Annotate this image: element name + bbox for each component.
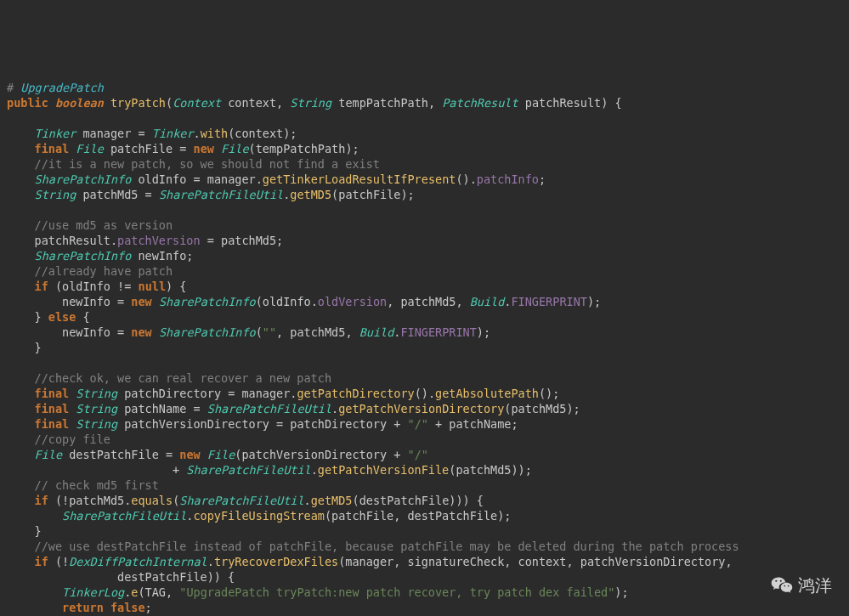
kw-else: else (48, 310, 76, 324)
var: patchFile (338, 188, 400, 201)
var: destPatchFile (69, 448, 159, 461)
param: patchResult (525, 96, 601, 110)
kw-public: public (7, 96, 48, 110)
var: patchMd5 (456, 463, 511, 477)
type: SharePatchInfo (35, 249, 132, 263)
type: SharePatchInfo (35, 172, 132, 186)
type: SharePatchFileUtil (179, 494, 303, 507)
var: manager (241, 387, 290, 400)
var: patchMd5 (69, 494, 124, 507)
comment: //we use destPatchFile instead of patchF… (35, 540, 739, 553)
comment: //use md5 as version (35, 218, 173, 232)
type: File (207, 448, 235, 461)
var: destPatchFile (407, 509, 497, 523)
type: String (76, 402, 117, 415)
comment: //already have patch (35, 264, 173, 278)
kw-return: return (62, 601, 104, 614)
var: signatureCheck (408, 555, 505, 568)
kw-if: if (35, 555, 48, 568)
var: TAG (145, 585, 166, 599)
watermark-text: 鸿洋 (798, 578, 832, 593)
method: getPatchVersionDirectory (338, 402, 504, 415)
method: tryRecoverDexFiles (214, 555, 338, 568)
method: copyFileUsingStream (193, 509, 324, 523)
type: File (35, 448, 63, 461)
var: oldInfo (62, 280, 110, 293)
kw-if: if (35, 280, 48, 293)
type: SharePatchInfo (159, 295, 256, 308)
method: getMD5 (290, 188, 331, 201)
kw-boolean: boolean (55, 96, 104, 110)
var: patchMd5 (290, 325, 345, 339)
wechat-icon (771, 576, 793, 595)
var: patchVersionDirectory (241, 448, 387, 461)
var: patchVersionDirectory (580, 555, 726, 568)
type: Tinker (35, 127, 76, 140)
class-title: UpgradePatch (20, 81, 104, 94)
var: manager (207, 172, 256, 186)
type: SharePatchFileUtil (207, 402, 331, 415)
var: patchName (124, 402, 186, 415)
var: newInfo (62, 295, 110, 308)
type: File (221, 142, 249, 155)
var: patchMd5 (511, 402, 566, 415)
kw-final: final (35, 387, 70, 400)
type: String (35, 188, 76, 201)
type: String (290, 96, 331, 110)
var: newInfo (138, 249, 186, 263)
kw-new: new (179, 448, 200, 461)
var: patchMd5 (400, 295, 456, 308)
const: FINGERPRINT (511, 295, 586, 308)
kw-final: final (35, 417, 70, 431)
var: patchFile (331, 509, 393, 523)
method: getAbsolutePath (435, 387, 539, 400)
field: patchInfo (477, 172, 539, 186)
comment: //copy file (35, 432, 110, 446)
var: tempPatchPath (256, 142, 346, 155)
bool: false (110, 601, 145, 614)
method: getTinkerLoadResultIfPresent (263, 172, 456, 186)
var: manager (82, 127, 131, 140)
var: patchResult (35, 234, 110, 247)
type: TinkerLog (62, 585, 124, 599)
type: Context (173, 96, 221, 110)
var: destPatchFile (359, 494, 450, 507)
var: oldInfo (263, 295, 311, 308)
var: patchVersionDirectory (124, 417, 269, 431)
param: context (228, 96, 276, 110)
kw-if: if (35, 494, 48, 507)
type: String (76, 417, 117, 431)
kw-new: new (194, 142, 214, 155)
kw-final: final (35, 402, 70, 415)
type: SharePatchInfo (159, 325, 256, 339)
var: patchMd5 (82, 188, 138, 201)
comment: //check ok, we can real recover a new pa… (35, 371, 332, 385)
string: "UpgradePatch tryPatch:new patch recover… (179, 585, 614, 599)
var: patchDirectory (290, 417, 387, 431)
hash: # (7, 81, 20, 94)
method: equals (131, 494, 173, 507)
var: patchFile (110, 142, 173, 155)
type: Tinker (152, 127, 194, 140)
fn-name: tryPatch (110, 96, 166, 110)
var: newInfo (62, 325, 110, 339)
watermark: 鸿洋 (771, 576, 832, 595)
type: SharePatchFileUtil (159, 188, 283, 201)
code-block: # UpgradePatch public boolean tryPatch(C… (7, 65, 842, 616)
kw-new: new (131, 295, 151, 308)
comment: //it is a new patch, so we should not fi… (35, 157, 380, 171)
method: with (201, 127, 229, 140)
type: File (76, 142, 104, 155)
kw-null: null (139, 280, 167, 293)
param: tempPatchPath (338, 96, 428, 110)
type: String (76, 387, 117, 400)
const: FINGERPRINT (400, 325, 476, 339)
field: patchVersion (117, 234, 201, 247)
var: oldInfo (138, 172, 186, 186)
var: patchDirectory (124, 387, 221, 400)
type: SharePatchFileUtil (62, 509, 186, 523)
string: "" (263, 325, 276, 339)
type: Build (359, 325, 394, 339)
method: getPatchVersionFile (318, 463, 449, 477)
string: "/" (408, 417, 428, 431)
